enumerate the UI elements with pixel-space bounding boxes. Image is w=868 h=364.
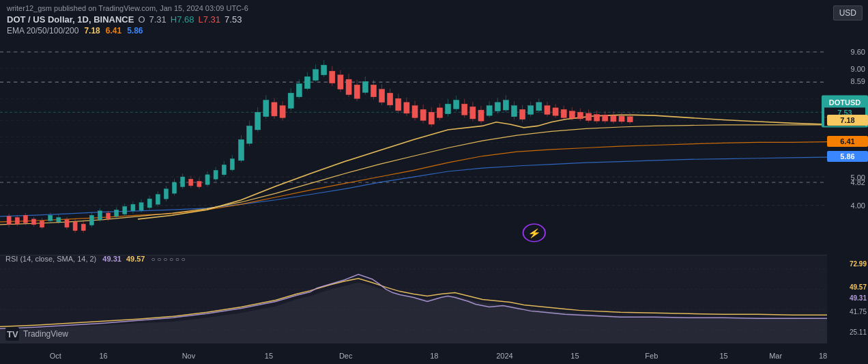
chart-header: writer12_gsm published on TradingView.co… bbox=[0, 0, 868, 41]
pair-label: DOTUSD bbox=[824, 97, 865, 108]
ema100-price-box: 5.86 bbox=[827, 151, 868, 162]
rsi-level-4957: 49.57 bbox=[850, 283, 867, 291]
ema-20-val: 7.18 bbox=[84, 26, 100, 36]
time-15c: 15 bbox=[719, 352, 727, 360]
ema-100-val: 5.86 bbox=[127, 26, 143, 36]
price-482: 4.82 bbox=[827, 178, 868, 186]
rsi-val1: 49.31 bbox=[102, 255, 121, 263]
ema-row: EMA 20/50/100/200 7.18 6.41 5.86 bbox=[7, 26, 861, 36]
time-feb: Feb bbox=[645, 352, 658, 360]
rsi-level-2511: 25.11 bbox=[850, 328, 867, 336]
rsi-axis: 72.99 49.57 49.31 41.75 25.11 bbox=[827, 255, 868, 344]
svg-text:TV: TV bbox=[7, 329, 18, 339]
time-2024: 2024 bbox=[496, 352, 512, 360]
ema-label: EMA 20/50/100/200 bbox=[7, 26, 78, 36]
time-oct: Oct bbox=[50, 352, 61, 360]
ema-50-val: 6.41 bbox=[106, 26, 121, 36]
rsi-svg bbox=[0, 255, 827, 344]
time-18a: 18 bbox=[430, 352, 438, 360]
ema50-price-box: 6.41 bbox=[827, 136, 868, 147]
time-axis: Oct 16 Nov 15 Dec 18 2024 15 Feb 15 Mar … bbox=[0, 344, 827, 364]
rsi-val2: 49.57 bbox=[126, 255, 145, 263]
time-15b: 15 bbox=[570, 352, 579, 360]
price-859: 8.59 bbox=[827, 77, 868, 85]
time-16: 16 bbox=[99, 352, 107, 360]
price-960: 9.60 bbox=[827, 48, 868, 56]
main-chart-svg: ⚡ bbox=[0, 41, 827, 255]
price-axis: 9.60 9.00 8.59 8.00 5.00 4.82 4.00 DOTUS… bbox=[827, 41, 868, 255]
rsi-level-4175: 41.75 bbox=[850, 308, 867, 316]
published-info: writer12_gsm published on TradingView.co… bbox=[7, 4, 861, 12]
tv-icon: TV bbox=[5, 327, 19, 341]
ohlc-close: 7.53 bbox=[225, 14, 242, 25]
ema20-price-box: 7.18 bbox=[827, 115, 868, 126]
rsi-header: RSI (14, close, SMA, 14, 2) 49.31 49.57 … bbox=[5, 255, 186, 263]
time-dec: Dec bbox=[339, 352, 353, 360]
title-row: DOT / US Dollar, 1D, BINANCE O 7.31 H7.6… bbox=[7, 14, 861, 25]
ohlc-open: 7.31 bbox=[149, 14, 167, 25]
rsi-level-7299: 72.99 bbox=[850, 260, 867, 268]
rsi-label: RSI (14, close, SMA, 14, 2) bbox=[5, 255, 96, 263]
price-400: 4.00 bbox=[827, 201, 868, 210]
rsi-panel bbox=[0, 255, 827, 344]
time-nov: Nov bbox=[182, 352, 196, 360]
ohlc-low: L7.31 bbox=[199, 14, 221, 25]
ohlc-o-label: O bbox=[138, 14, 145, 25]
rsi-circles: ○ ○ ○ ○ ○ ○ bbox=[151, 255, 186, 263]
time-mar: Mar bbox=[769, 352, 782, 360]
ohlc-high: H7.68 bbox=[171, 14, 194, 25]
pair-title: DOT / US Dollar, 1D, BINANCE bbox=[7, 14, 134, 25]
time-18b: 18 bbox=[819, 352, 827, 360]
svg-rect-0 bbox=[0, 41, 827, 255]
time-15a: 15 bbox=[265, 352, 273, 360]
chart-container: writer12_gsm published on TradingView.co… bbox=[0, 0, 868, 364]
main-chart: ⚡ bbox=[0, 41, 827, 255]
tradingview-logo: TV TradingView bbox=[5, 327, 68, 341]
price-900: 9.00 bbox=[827, 65, 868, 73]
svg-text:⚡: ⚡ bbox=[527, 227, 542, 238]
tv-text: TradingView bbox=[23, 329, 68, 339]
rsi-level-4931: 49.31 bbox=[850, 294, 867, 302]
